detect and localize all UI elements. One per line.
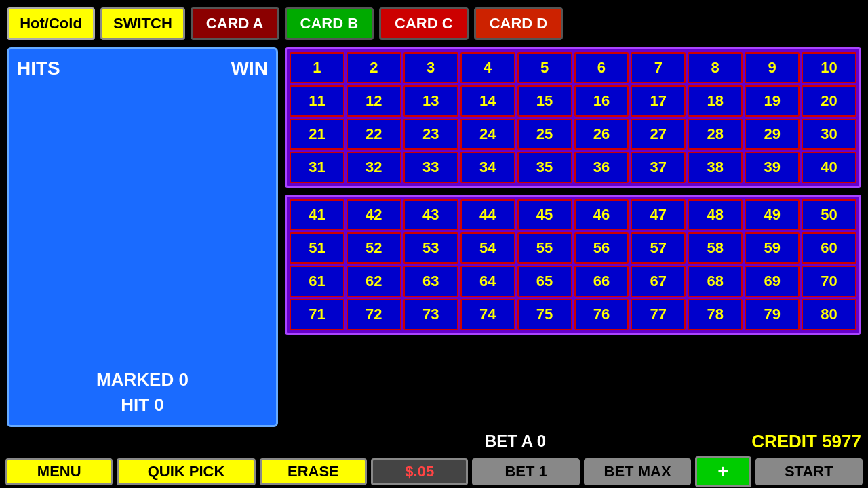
top-bar: Hot/Cold SWITCH CARD A CARD B CARD C CAR… — [0, 0, 868, 47]
number-cell-8[interactable]: 8 — [688, 52, 743, 83]
number-cell-2[interactable]: 2 — [347, 52, 401, 83]
number-cell-23[interactable]: 23 — [403, 119, 458, 150]
number-cell-41[interactable]: 41 — [290, 199, 344, 230]
number-cell-49[interactable]: 49 — [745, 199, 800, 230]
number-cell-36[interactable]: 36 — [574, 152, 629, 183]
number-cell-63[interactable]: 63 — [403, 266, 458, 297]
number-cell-4[interactable]: 4 — [460, 52, 515, 83]
number-grid-1: 1234567891011121314151617181920212223242… — [285, 47, 861, 188]
left-panel-footer: MARKED 0 HIT 0 — [17, 367, 268, 417]
start-button[interactable]: START — [755, 458, 863, 485]
number-cell-3[interactable]: 3 — [403, 52, 458, 83]
betmax-button[interactable]: BET MAX — [584, 458, 691, 485]
number-cell-65[interactable]: 65 — [517, 266, 572, 297]
number-cell-48[interactable]: 48 — [688, 199, 743, 230]
number-cell-51[interactable]: 51 — [290, 232, 344, 264]
bet1-button[interactable]: BET 1 — [472, 458, 579, 485]
number-cell-9[interactable]: 9 — [745, 52, 800, 83]
number-cell-40[interactable]: 40 — [802, 152, 856, 183]
number-cell-58[interactable]: 58 — [688, 232, 743, 264]
number-cell-68[interactable]: 68 — [688, 266, 743, 297]
number-cell-59[interactable]: 59 — [745, 232, 800, 264]
card-d-button[interactable]: CARD D — [474, 7, 564, 40]
number-cell-30[interactable]: 30 — [802, 119, 856, 150]
number-cell-28[interactable]: 28 — [688, 119, 743, 150]
number-cell-66[interactable]: 66 — [574, 266, 629, 297]
number-cell-25[interactable]: 25 — [517, 119, 572, 150]
number-cell-80[interactable]: 80 — [802, 299, 856, 330]
card-b-button[interactable]: CARD B — [285, 7, 374, 40]
amount-button[interactable]: $.05 — [371, 458, 468, 485]
number-cell-37[interactable]: 37 — [631, 152, 686, 183]
number-cell-1[interactable]: 1 — [290, 52, 344, 83]
number-cell-43[interactable]: 43 — [403, 199, 458, 230]
number-cell-52[interactable]: 52 — [347, 232, 401, 264]
number-cell-71[interactable]: 71 — [290, 299, 344, 330]
card-c-button[interactable]: CARD C — [379, 7, 469, 40]
number-cell-62[interactable]: 62 — [347, 266, 401, 297]
hot-cold-button[interactable]: Hot/Cold — [7, 7, 95, 40]
number-cell-45[interactable]: 45 — [517, 199, 572, 230]
number-cell-11[interactable]: 11 — [290, 85, 344, 117]
number-cell-5[interactable]: 5 — [517, 52, 572, 83]
number-cell-21[interactable]: 21 — [290, 119, 344, 150]
number-cell-54[interactable]: 54 — [460, 232, 515, 264]
number-cell-56[interactable]: 56 — [574, 232, 629, 264]
number-cell-76[interactable]: 76 — [574, 299, 629, 330]
number-cell-34[interactable]: 34 — [460, 152, 515, 183]
number-cell-13[interactable]: 13 — [403, 85, 458, 117]
menu-button[interactable]: MENU — [5, 458, 113, 485]
number-cell-31[interactable]: 31 — [290, 152, 344, 183]
number-cell-42[interactable]: 42 — [347, 199, 401, 230]
number-cell-15[interactable]: 15 — [517, 85, 572, 117]
number-cell-22[interactable]: 22 — [347, 119, 401, 150]
number-cell-27[interactable]: 27 — [631, 119, 686, 150]
number-cell-75[interactable]: 75 — [517, 299, 572, 330]
number-cell-53[interactable]: 53 — [403, 232, 458, 264]
number-cell-10[interactable]: 10 — [802, 52, 856, 83]
number-cell-70[interactable]: 70 — [802, 266, 856, 297]
number-cell-77[interactable]: 77 — [631, 299, 686, 330]
main-area: HITS WIN MARKED 0 HIT 0 1234567891011121… — [0, 47, 868, 427]
number-cell-47[interactable]: 47 — [631, 199, 686, 230]
number-cell-20[interactable]: 20 — [802, 85, 856, 117]
number-cell-50[interactable]: 50 — [802, 199, 856, 230]
number-cell-67[interactable]: 67 — [631, 266, 686, 297]
plus-button[interactable]: + — [695, 456, 751, 487]
number-cell-46[interactable]: 46 — [574, 199, 629, 230]
switch-button[interactable]: SWITCH — [100, 7, 185, 40]
number-cell-39[interactable]: 39 — [745, 152, 800, 183]
number-cell-17[interactable]: 17 — [631, 85, 686, 117]
number-cell-61[interactable]: 61 — [290, 266, 344, 297]
number-cell-24[interactable]: 24 — [460, 119, 515, 150]
number-cell-32[interactable]: 32 — [347, 152, 401, 183]
number-cell-16[interactable]: 16 — [574, 85, 629, 117]
number-cell-55[interactable]: 55 — [517, 232, 572, 264]
number-cell-6[interactable]: 6 — [574, 52, 629, 83]
number-cell-57[interactable]: 57 — [631, 232, 686, 264]
erase-button[interactable]: ERASE — [260, 458, 367, 485]
number-cell-60[interactable]: 60 — [802, 232, 856, 264]
number-cell-69[interactable]: 69 — [745, 266, 800, 297]
quik-pick-button[interactable]: QUIK PICK — [117, 458, 255, 485]
number-cell-73[interactable]: 73 — [403, 299, 458, 330]
number-cell-7[interactable]: 7 — [631, 52, 686, 83]
win-label: WIN — [231, 58, 268, 79]
number-cell-78[interactable]: 78 — [688, 299, 743, 330]
number-cell-12[interactable]: 12 — [347, 85, 401, 117]
number-cell-29[interactable]: 29 — [745, 119, 800, 150]
number-cell-26[interactable]: 26 — [574, 119, 629, 150]
number-cell-44[interactable]: 44 — [460, 199, 515, 230]
number-cell-35[interactable]: 35 — [517, 152, 572, 183]
number-cell-72[interactable]: 72 — [347, 299, 401, 330]
number-cell-19[interactable]: 19 — [745, 85, 800, 117]
number-cell-33[interactable]: 33 — [403, 152, 458, 183]
number-cell-79[interactable]: 79 — [745, 299, 800, 330]
number-cell-18[interactable]: 18 — [688, 85, 743, 117]
number-cell-38[interactable]: 38 — [688, 152, 743, 183]
number-cell-64[interactable]: 64 — [460, 266, 515, 297]
card-a-button[interactable]: CARD A — [191, 7, 279, 40]
right-grids: 1234567891011121314151617181920212223242… — [285, 47, 861, 427]
number-cell-14[interactable]: 14 — [460, 85, 515, 117]
number-cell-74[interactable]: 74 — [460, 299, 515, 330]
